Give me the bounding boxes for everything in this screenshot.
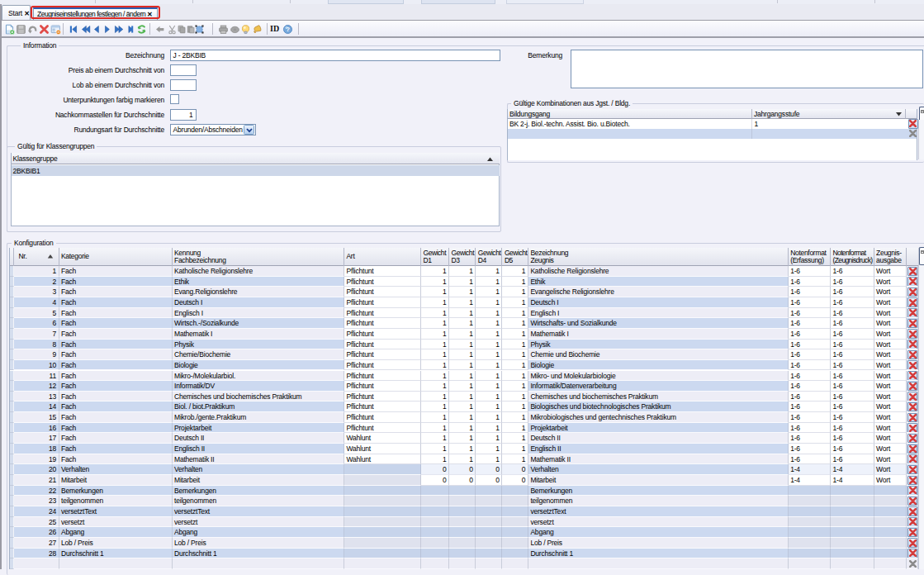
svg-text:?: ? xyxy=(286,26,290,33)
